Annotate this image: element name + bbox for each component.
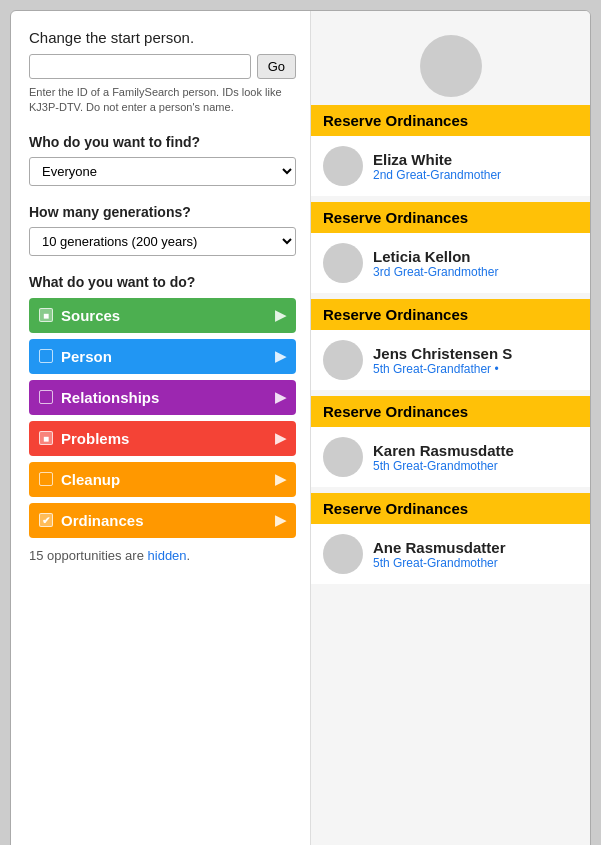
- person-card-3: Reserve Ordinances Karen Rasmusdatte 5th…: [311, 396, 590, 487]
- change-title: Change the start person.: [29, 29, 296, 46]
- sources-arrow-icon: ▶: [275, 307, 286, 323]
- avatar-1: [323, 243, 363, 283]
- avatar-4: [323, 534, 363, 574]
- person-row-1: Leticia Kellon 3rd Great-Grandmother: [311, 233, 590, 293]
- avatar-3: [323, 437, 363, 477]
- reserve-banner-1[interactable]: Reserve Ordinances: [311, 202, 590, 233]
- who-select[interactable]: Everyone Direct Line All Relatives: [29, 157, 296, 186]
- person-row-2: Jens Christensen S 5th Great-Grandfather…: [311, 330, 590, 390]
- cleanup-button[interactable]: Cleanup ▶: [29, 462, 296, 497]
- ordinances-checkbox-icon: ✔: [39, 513, 53, 527]
- person-info-2: Jens Christensen S 5th Great-Grandfather…: [373, 345, 512, 376]
- person-row-3: Karen Rasmusdatte 5th Great-Grandmother: [311, 427, 590, 487]
- person-name-2: Jens Christensen S: [373, 345, 512, 362]
- relationships-checkbox-icon: [39, 390, 53, 404]
- problems-label: Problems: [61, 430, 129, 447]
- hidden-suffix: .: [187, 548, 191, 563]
- relationships-arrow-icon: ▶: [275, 389, 286, 405]
- problems-checkbox-icon: ■: [39, 431, 53, 445]
- person-name-3: Karen Rasmusdatte: [373, 442, 514, 459]
- person-row-4: Ane Rasmusdatter 5th Great-Grandmother: [311, 524, 590, 584]
- left-panel: Change the start person. Go Enter the ID…: [11, 11, 311, 845]
- person-button[interactable]: Person ▶: [29, 339, 296, 374]
- person-relation-4: 5th Great-Grandmother: [373, 556, 506, 570]
- reserve-banner-4[interactable]: Reserve Ordinances: [311, 493, 590, 524]
- right-panel: Reserve Ordinances Eliza White 2nd Great…: [311, 11, 590, 845]
- person-info-0: Eliza White 2nd Great-Grandmother: [373, 151, 501, 182]
- avatar-2: [323, 340, 363, 380]
- person-relation-2: 5th Great-Grandfather •: [373, 362, 512, 376]
- id-row: Go: [29, 54, 296, 79]
- id-hint: Enter the ID of a FamilySearch person. I…: [29, 85, 296, 116]
- person-info-4: Ane Rasmusdatter 5th Great-Grandmother: [373, 539, 506, 570]
- go-button[interactable]: Go: [257, 54, 296, 79]
- who-select-row: Everyone Direct Line All Relatives: [29, 157, 296, 186]
- problems-arrow-icon: ▶: [275, 430, 286, 446]
- ordinances-label: Ordinances: [61, 512, 144, 529]
- person-arrow-icon: ▶: [275, 348, 286, 364]
- person-label: Person: [61, 348, 112, 365]
- problems-button[interactable]: ■ Problems ▶: [29, 421, 296, 456]
- action-label: What do you want to do?: [29, 274, 296, 290]
- reserve-banner-0[interactable]: Reserve Ordinances: [311, 105, 590, 136]
- generations-select-row: 10 generations (200 years) 5 generations…: [29, 227, 296, 256]
- person-name-1: Leticia Kellon: [373, 248, 498, 265]
- who-label: Who do you want to find?: [29, 134, 296, 150]
- person-info-1: Leticia Kellon 3rd Great-Grandmother: [373, 248, 498, 279]
- top-avatar: [420, 35, 482, 97]
- person-relation-0: 2nd Great-Grandmother: [373, 168, 501, 182]
- person-name-4: Ane Rasmusdatter: [373, 539, 506, 556]
- relationships-label: Relationships: [61, 389, 159, 406]
- person-checkbox-icon: [39, 349, 53, 363]
- avatar-0: [323, 146, 363, 186]
- person-card-4: Reserve Ordinances Ane Rasmusdatter 5th …: [311, 493, 590, 584]
- person-card-2: Reserve Ordinances Jens Christensen S 5t…: [311, 299, 590, 390]
- person-info-3: Karen Rasmusdatte 5th Great-Grandmother: [373, 442, 514, 473]
- sources-label: Sources: [61, 307, 120, 324]
- generations-select[interactable]: 10 generations (200 years) 5 generations…: [29, 227, 296, 256]
- sources-checkbox-icon: ■: [39, 308, 53, 322]
- hidden-prefix: 15 opportunities are: [29, 548, 148, 563]
- relationships-button[interactable]: Relationships ▶: [29, 380, 296, 415]
- person-row-0: Eliza White 2nd Great-Grandmother: [311, 136, 590, 196]
- reserve-banner-3[interactable]: Reserve Ordinances: [311, 396, 590, 427]
- hidden-note: 15 opportunities are hidden.: [29, 548, 296, 563]
- cleanup-label: Cleanup: [61, 471, 120, 488]
- person-id-input[interactable]: [29, 54, 251, 79]
- person-card-0: Reserve Ordinances Eliza White 2nd Great…: [311, 105, 590, 196]
- person-relation-1: 3rd Great-Grandmother: [373, 265, 498, 279]
- reserve-banner-2[interactable]: Reserve Ordinances: [311, 299, 590, 330]
- sources-button[interactable]: ■ Sources ▶: [29, 298, 296, 333]
- ordinances-arrow-icon: ▶: [275, 512, 286, 528]
- cleanup-arrow-icon: ▶: [275, 471, 286, 487]
- hidden-link[interactable]: hidden: [148, 548, 187, 563]
- generations-label: How many generations?: [29, 204, 296, 220]
- person-relation-3: 5th Great-Grandmother: [373, 459, 514, 473]
- ordinances-button[interactable]: ✔ Ordinances ▶: [29, 503, 296, 538]
- person-card-1: Reserve Ordinances Leticia Kellon 3rd Gr…: [311, 202, 590, 293]
- cleanup-checkbox-icon: [39, 472, 53, 486]
- person-name-0: Eliza White: [373, 151, 501, 168]
